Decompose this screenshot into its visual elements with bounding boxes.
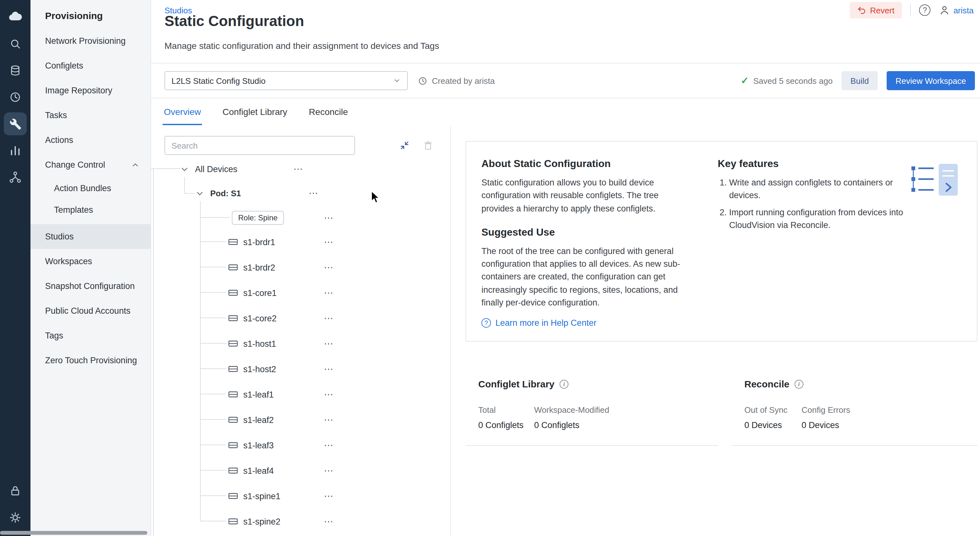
node-actions-menu[interactable]: ⋯: [324, 411, 334, 429]
device-icon: [228, 517, 238, 526]
node-actions-menu[interactable]: ⋯: [324, 233, 334, 251]
icon-rail: [0, 0, 30, 536]
sidebar-item-templates[interactable]: Templates: [30, 199, 151, 220]
device-icon: [228, 441, 238, 450]
tree-node-device[interactable]: s1-host1: [228, 335, 276, 353]
help-center-link[interactable]: ? Learn more in Help Center: [481, 318, 691, 328]
tab-overview[interactable]: Overview: [162, 99, 202, 125]
tree-node-device[interactable]: s1-leaf1: [228, 385, 274, 403]
sidebar-item-snapshot-configuration[interactable]: Snapshot Configuration: [30, 274, 151, 299]
sidebar-item-workspaces[interactable]: Workspaces: [30, 249, 151, 274]
sidebar-item-tasks[interactable]: Tasks: [30, 103, 151, 128]
tab-configlet-library[interactable]: Configlet Library: [221, 99, 289, 125]
node-actions-menu[interactable]: ⋯: [324, 487, 334, 505]
node-actions-menu[interactable]: ⋯: [324, 284, 334, 302]
tree-node-device[interactable]: s1-core1: [228, 284, 277, 302]
about-card: About Static Configuration Static config…: [466, 141, 977, 342]
device-icon: [228, 263, 238, 272]
sidebar-item-zero-touch-provisioning[interactable]: Zero Touch Provisioning: [30, 348, 151, 373]
node-actions-menu[interactable]: ⋯: [324, 360, 334, 378]
undo-icon: [858, 6, 866, 14]
tree-node-device[interactable]: s1-leaf4: [228, 462, 274, 479]
tree-connector-line: [200, 368, 226, 369]
stat-label: Out of Sync: [745, 405, 802, 415]
role-tag-chip[interactable]: Role: Spine: [232, 211, 284, 225]
database-icon[interactable]: [4, 59, 27, 82]
chevron-down-icon: [393, 77, 401, 84]
sidebar-item-network-provisioning[interactable]: Network Provisioning: [30, 29, 151, 53]
events-clock-icon[interactable]: [4, 86, 27, 108]
collapse-all-icon[interactable]: [399, 140, 411, 152]
node-actions-menu[interactable]: ⋯: [324, 309, 334, 327]
node-actions-menu[interactable]: ⋯: [324, 335, 334, 353]
chevron-up-icon: [132, 161, 139, 169]
provisioning-wrench-icon[interactable]: [4, 112, 27, 135]
sidebar-item-tags[interactable]: Tags: [30, 323, 151, 348]
chevron-down-icon[interactable]: [180, 165, 189, 173]
node-actions-menu[interactable]: ⋯: [324, 512, 334, 530]
tree-connector-line: [200, 419, 226, 420]
tree-node-all-devices[interactable]: All Devices: [180, 160, 237, 178]
cloudvision-logo-icon[interactable]: [4, 6, 27, 29]
sidebar-item-actions[interactable]: Actions: [30, 128, 151, 153]
sidebar-item-change-control[interactable]: Change Control: [30, 153, 151, 177]
delete-icon[interactable]: [423, 140, 434, 152]
studio-select[interactable]: L2LS Static Config Studio: [164, 71, 408, 90]
device-icon: [228, 364, 238, 374]
tree-node-device[interactable]: s1-core2: [228, 309, 277, 327]
lock-icon[interactable]: [4, 479, 27, 503]
chevron-down-icon[interactable]: [196, 189, 204, 197]
info-icon[interactable]: i: [560, 379, 568, 388]
node-actions-menu[interactable]: ⋯: [324, 209, 334, 227]
node-actions-menu[interactable]: ⋯: [324, 462, 334, 479]
tree-node-device[interactable]: s1-leaf2: [228, 411, 274, 429]
revert-button[interactable]: Revert: [850, 2, 902, 18]
tree-node-device[interactable]: s1-spine2: [228, 512, 280, 530]
tree-node-device[interactable]: s1-brdr2: [228, 258, 275, 276]
tab-reconcile[interactable]: Reconcile: [308, 99, 349, 125]
help-icon[interactable]: ?: [919, 5, 931, 16]
sidebar-title: Provisioning: [30, 0, 151, 21]
sidebar-item-configlets[interactable]: Configlets: [30, 53, 151, 78]
node-actions-menu[interactable]: ⋯: [293, 160, 304, 178]
feature-item: Import running configuration from device…: [729, 206, 908, 232]
info-icon[interactable]: i: [795, 379, 803, 388]
tree-node-role-spine[interactable]: Role: Spine: [232, 209, 284, 227]
node-actions-menu[interactable]: ⋯: [324, 436, 334, 454]
review-workspace-button[interactable]: Review Workspace: [887, 71, 975, 90]
tab-bar: Overview Configlet Library Reconcile: [151, 99, 980, 125]
stat-value: 0 Configlets: [478, 420, 534, 430]
device-icon: [228, 491, 238, 501]
horizontal-scrollbar-thumb[interactable]: [0, 531, 147, 535]
node-actions-menu[interactable]: ⋯: [309, 184, 319, 202]
topology-icon[interactable]: [4, 166, 27, 189]
tree-node-device[interactable]: s1-brdr1: [228, 233, 275, 251]
gear-icon[interactable]: [4, 506, 27, 529]
node-actions-menu[interactable]: ⋯: [324, 258, 334, 276]
node-actions-menu[interactable]: ⋯: [324, 385, 334, 403]
search-input[interactable]: [164, 136, 355, 155]
about-body: Static configuration allows you to build…: [481, 177, 691, 215]
created-by: Created by arista: [418, 76, 495, 86]
search-icon[interactable]: [4, 32, 27, 55]
device-icon: [228, 339, 238, 348]
page-title: Static Configuration: [164, 13, 304, 30]
sidebar-item-studios[interactable]: Studios: [30, 224, 151, 249]
configlet-library-stats: Configlet Library i Total 0 Configlets W…: [466, 379, 718, 446]
tree-connector-line: [200, 217, 230, 218]
username: arista: [953, 5, 974, 15]
device-icon: [228, 466, 238, 475]
user-menu[interactable]: arista: [939, 5, 974, 16]
tree-node-device[interactable]: s1-host2: [228, 360, 276, 378]
metrics-chart-icon[interactable]: [4, 139, 27, 162]
tree-connector-line: [184, 177, 185, 194]
tree-node-device[interactable]: s1-spine1: [228, 487, 280, 505]
sidebar-item-public-cloud-accounts[interactable]: Public Cloud Accounts: [30, 299, 151, 323]
device-tree-pane: All Devices ⋯ Pod: S1 ⋯ Role: Spine ⋯ s1…: [151, 126, 451, 536]
sidebar-item-action-bundles[interactable]: Action Bundles: [30, 177, 151, 199]
sidebar-item-image-repository[interactable]: Image Repository: [30, 78, 151, 103]
tree-node-pod-s1[interactable]: Pod: S1: [196, 184, 241, 202]
build-button[interactable]: Build: [842, 71, 878, 90]
configlet-library-title: Configlet Library: [478, 379, 554, 389]
tree-node-device[interactable]: s1-leaf3: [228, 436, 274, 454]
